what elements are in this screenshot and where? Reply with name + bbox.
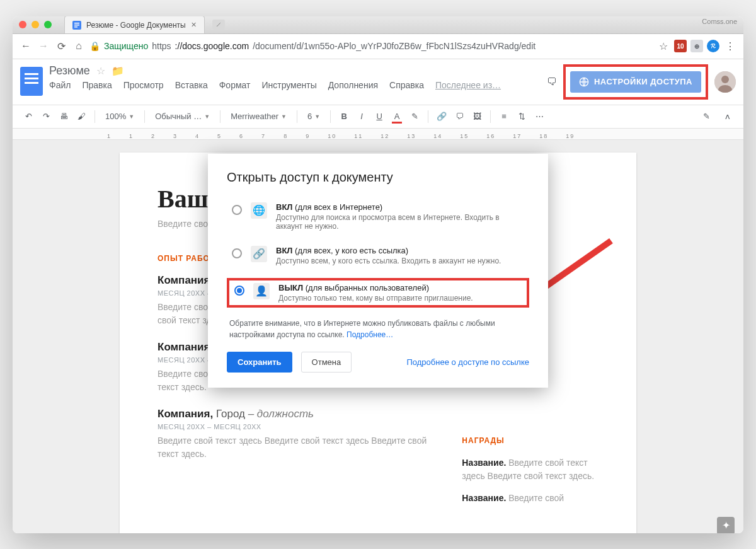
nav-home-icon[interactable]: ⌂ xyxy=(72,39,86,53)
menu-tools[interactable]: Инструменты xyxy=(261,80,316,90)
align-icon[interactable]: ≡ xyxy=(497,112,511,121)
zoom-dropdown[interactable]: 100%▼ xyxy=(101,112,138,121)
underline-icon[interactable]: U xyxy=(372,112,386,121)
text-color-icon[interactable]: A xyxy=(390,112,404,121)
radio-icon[interactable] xyxy=(234,286,244,296)
extension-calendar-icon[interactable]: 10 xyxy=(674,40,687,52)
share-settings-modal: Открыть доступ к документу 🌐 ВКЛ (для вс… xyxy=(208,154,548,388)
menu-edit[interactable]: Правка xyxy=(82,80,112,90)
tab-title: Резюме - Google Документы xyxy=(86,21,186,30)
font-value: Merriweather xyxy=(231,112,278,121)
new-tab-button[interactable]: ⟋ xyxy=(212,20,225,30)
insert-image-icon[interactable]: 🖼 xyxy=(470,112,484,121)
section-awards-heading: НАГРАДЫ xyxy=(462,436,598,445)
person-icon: 👤 xyxy=(253,283,270,299)
font-size-value: 6 xyxy=(307,112,312,121)
collapse-toolbar-icon[interactable]: ʌ xyxy=(721,112,735,121)
explore-button[interactable]: ✦ xyxy=(717,517,735,533)
docs-menubar: Файл Правка Просмотр Вставка Формат Инст… xyxy=(49,80,501,90)
nav-forward-icon[interactable]: → xyxy=(37,39,50,53)
browser-address-bar: ← → ⟳ ⌂ 🔒 Защищено https ://docs.google.… xyxy=(13,34,743,59)
link-person-icon: 🔗 xyxy=(251,246,267,262)
italic-icon[interactable]: I xyxy=(355,112,369,121)
extension-globe-icon[interactable]: ⊕ xyxy=(690,40,703,52)
more-tools-icon[interactable]: ⋯ xyxy=(532,112,546,121)
nav-reload-icon[interactable]: ⟳ xyxy=(54,39,68,53)
nav-back-icon[interactable]: ← xyxy=(19,39,33,53)
highlight-icon[interactable]: ✎ xyxy=(408,112,421,121)
font-dropdown[interactable]: Merriweather▼ xyxy=(227,112,290,121)
tab-close-icon[interactable]: ✕ xyxy=(191,21,197,29)
learn-more-link[interactable]: Подробнее… xyxy=(346,330,393,339)
undo-icon[interactable]: ↶ xyxy=(21,112,35,121)
menu-format[interactable]: Формат xyxy=(219,80,251,90)
docs-toolbar: ↶ ↷ 🖶 🖌 100%▼ Обычный …▼ Merriweather▼ 6… xyxy=(13,105,743,129)
svg-rect-3 xyxy=(74,26,77,28)
watermark: Comss.one xyxy=(702,18,737,25)
editing-mode-icon[interactable]: ✎ xyxy=(699,112,713,121)
lock-icon: 🔒 xyxy=(89,41,100,51)
zoom-value: 100% xyxy=(105,112,126,121)
window-maximize-dot[interactable] xyxy=(44,21,52,28)
docs-favicon-icon xyxy=(72,21,81,30)
radio-icon[interactable] xyxy=(232,248,242,258)
last-edit-link[interactable]: Последнее из… xyxy=(435,80,501,90)
url-path: /document/d/1wn55o-APlo_wYrPJ0foZB6w_fFb… xyxy=(253,41,536,51)
option-anyone-link[interactable]: 🔗 ВКЛ (для всех, у кого есть ссылка) Дос… xyxy=(227,243,529,268)
globe-icon xyxy=(579,77,589,87)
window-close-dot[interactable] xyxy=(19,21,26,28)
company-row: Компания, Город – должность xyxy=(158,408,430,420)
modal-note: Обратите внимание, что в Интернете можно… xyxy=(229,318,527,340)
url-proto: https xyxy=(152,41,171,51)
extension-keeper-icon[interactable]: 𝓡 xyxy=(707,40,719,52)
share-button-label: НАСТРОЙКИ ДОСТУПА xyxy=(594,77,692,86)
insert-link-icon[interactable]: 🔗 xyxy=(435,112,449,121)
menu-view[interactable]: Просмотр xyxy=(123,80,164,90)
paint-format-icon[interactable]: 🖌 xyxy=(74,112,88,121)
menu-addons[interactable]: Дополнения xyxy=(328,80,378,90)
doc-title[interactable]: Резюме xyxy=(49,64,90,78)
share-button[interactable]: НАСТРОЙКИ ДОСТУПА xyxy=(570,71,701,93)
star-icon[interactable]: ☆ xyxy=(656,39,670,53)
avatar-icon xyxy=(714,71,736,93)
menu-file[interactable]: Файл xyxy=(49,80,71,90)
docs-header: Резюме ☆ 📁 Файл Правка Просмотр Вставка … xyxy=(13,59,743,100)
svg-point-6 xyxy=(721,76,729,83)
star-doc-icon[interactable]: ☆ xyxy=(96,65,105,77)
save-button[interactable]: Сохранить xyxy=(227,352,292,373)
svg-rect-1 xyxy=(74,23,79,24)
menu-insert[interactable]: Вставка xyxy=(175,80,208,90)
cancel-button[interactable]: Отмена xyxy=(301,352,352,373)
browser-tab[interactable]: Резюме - Google Документы ✕ xyxy=(64,16,205,34)
redo-icon[interactable]: ↷ xyxy=(39,112,53,121)
user-avatar[interactable] xyxy=(714,71,736,93)
docs-logo-icon[interactable] xyxy=(20,67,43,96)
modal-title: Открыть доступ к документу xyxy=(227,170,529,185)
window-minimize-dot[interactable] xyxy=(32,21,39,28)
svg-rect-2 xyxy=(74,25,79,26)
browser-menu-icon[interactable]: ⋮ xyxy=(723,39,737,53)
font-size-dropdown[interactable]: 6▼ xyxy=(304,112,324,121)
date-range: МЕСЯЦ 20XX – МЕСЯЦ 20XX xyxy=(158,423,430,431)
share-highlight-box: НАСТРОЙКИ ДОСТУПА xyxy=(563,64,708,100)
menu-help[interactable]: Справка xyxy=(389,80,424,90)
radio-icon[interactable] xyxy=(232,205,242,215)
insert-comment-icon[interactable]: 🗩 xyxy=(452,112,466,121)
secure-label: Защищено xyxy=(104,41,148,51)
award-item: Название. Введите свой текст здесь Введи… xyxy=(462,456,598,483)
award-item: Название. Введите свой xyxy=(462,492,598,505)
style-value: Обычный … xyxy=(155,112,202,121)
line-spacing-icon[interactable]: ⇅ xyxy=(515,112,529,121)
ruler: 112345678910111213141516171819 xyxy=(13,129,743,140)
option-public-web[interactable]: 🌐 ВКЛ (для всех в Интернете) Доступно дл… xyxy=(227,200,529,233)
option-specific-people[interactable]: 👤 ВЫКЛ (для выбранных пользователей) Дос… xyxy=(227,278,529,308)
link-sharing-more-link[interactable]: Подробнее о доступе по ссылке xyxy=(406,357,529,367)
bold-icon[interactable]: B xyxy=(337,112,351,121)
style-dropdown[interactable]: Обычный …▼ xyxy=(151,112,214,121)
filler-text: Введите свой текст здесь Введите свой те… xyxy=(158,434,430,461)
print-icon[interactable]: 🖶 xyxy=(57,112,71,121)
comments-icon[interactable]: 🗨 xyxy=(547,76,557,88)
url-field[interactable]: 🔒 Защищено https ://docs.google.com /doc… xyxy=(89,37,653,55)
globe-icon: 🌐 xyxy=(251,202,267,219)
move-folder-icon[interactable]: 📁 xyxy=(112,65,124,77)
